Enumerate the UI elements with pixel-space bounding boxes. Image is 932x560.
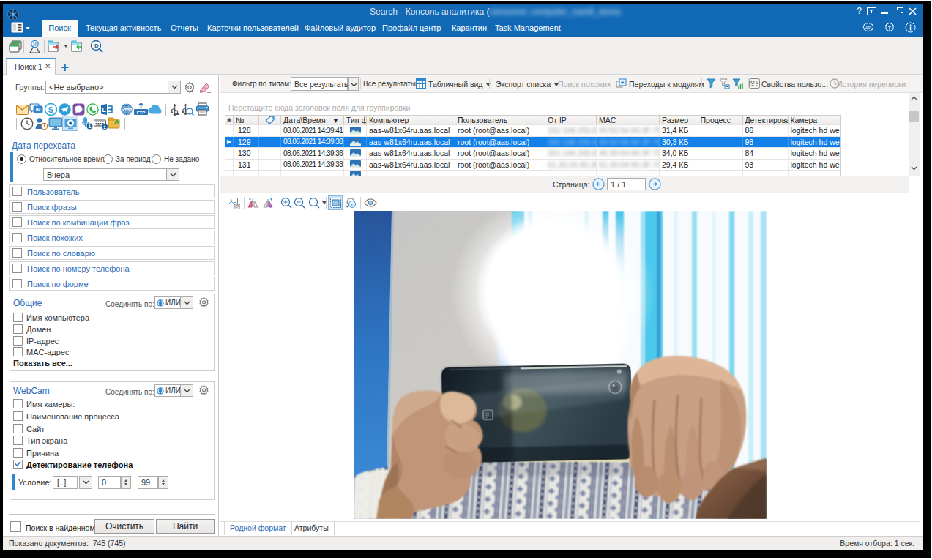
svg-text:HTTP: HTTP	[122, 108, 133, 112]
svg-text:API: API	[865, 26, 871, 30]
svg-text:S: S	[48, 105, 53, 114]
svg-text:L: L	[102, 106, 106, 113]
svg-text:ID: ID	[94, 43, 99, 48]
svg-text:FTP: FTP	[137, 111, 145, 115]
svg-text:i: i	[89, 124, 92, 130]
svg-text:i: i	[103, 125, 106, 130]
svg-text:IM: IM	[36, 108, 41, 112]
